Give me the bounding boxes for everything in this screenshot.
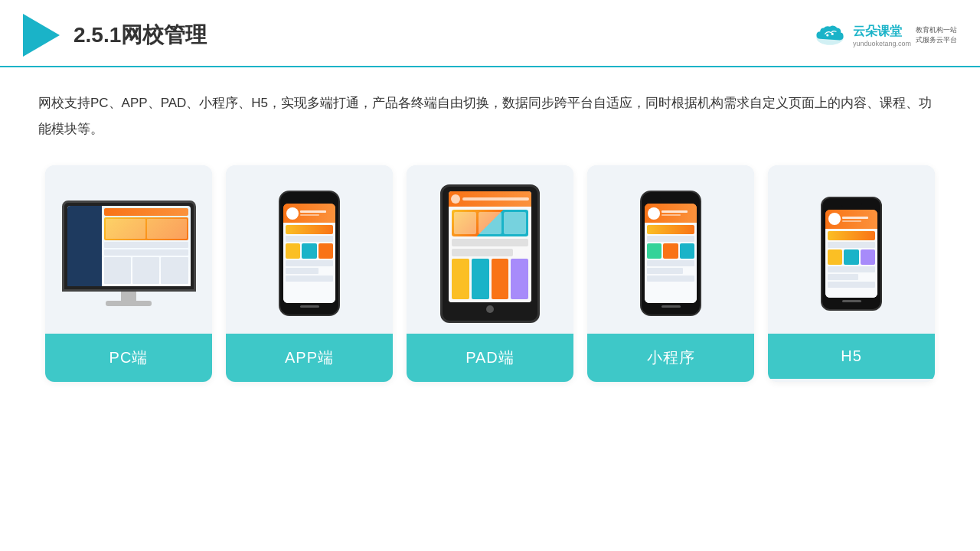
card-app: APP端 [226, 165, 393, 382]
svg-point-1 [826, 34, 828, 36]
card-miniprogram-label: 小程序 [587, 334, 754, 382]
brand-name: 云朵课堂 [853, 24, 902, 40]
header-right: 云朵课堂 yunduoketang.com 教育机构一站式服务云平台 [812, 21, 957, 49]
card-app-image [226, 165, 393, 334]
brand-tagline-wrap: 教育机构一站式服务云平台 [916, 25, 957, 44]
card-pad-image [407, 165, 573, 334]
miniprogram-phone-icon [640, 191, 701, 316]
card-h5: H5 [768, 165, 935, 382]
brand-tagline: 教育机构一站式服务云平台 [916, 25, 957, 44]
brand-text: 云朵课堂 yunduoketang.com [853, 24, 911, 47]
page-title: 2.5.1网校管理 [74, 21, 207, 50]
header: 2.5.1网校管理 云朵课堂 yunduoketang.com 教育机构一站式服… [0, 0, 980, 67]
pad-tablet-icon [440, 184, 540, 323]
pc-monitor-icon [62, 201, 196, 306]
logo-triangle-icon [23, 14, 60, 57]
card-pad-label: PAD端 [407, 334, 573, 382]
card-pc: PC端 [45, 165, 212, 382]
header-left: 2.5.1网校管理 [23, 14, 207, 57]
card-app-label: APP端 [226, 334, 393, 382]
card-h5-image [768, 165, 935, 334]
app-phone-icon [279, 191, 340, 316]
card-pad: PAD端 [407, 165, 573, 382]
cards-grid: PC端 [38, 165, 942, 382]
brand-url: yunduoketang.com [853, 40, 911, 47]
main-content: 网校支持PC、APP、PAD、小程序、H5，实现多端打通，产品各终端自由切换，数… [0, 67, 980, 397]
brand-logo: 云朵课堂 yunduoketang.com 教育机构一站式服务云平台 [812, 21, 957, 49]
card-h5-label: H5 [768, 334, 935, 379]
h5-phone-icon [821, 197, 882, 311]
card-miniprogram: 小程序 [587, 165, 754, 382]
svg-point-2 [831, 33, 834, 35]
card-pc-image [45, 165, 212, 334]
card-pc-label: PC端 [45, 334, 212, 382]
cloud-icon [812, 21, 848, 49]
description-text: 网校支持PC、APP、PAD、小程序、H5，实现多端打通，产品各终端自由切换，数… [38, 90, 942, 142]
card-miniprogram-image [587, 165, 754, 334]
